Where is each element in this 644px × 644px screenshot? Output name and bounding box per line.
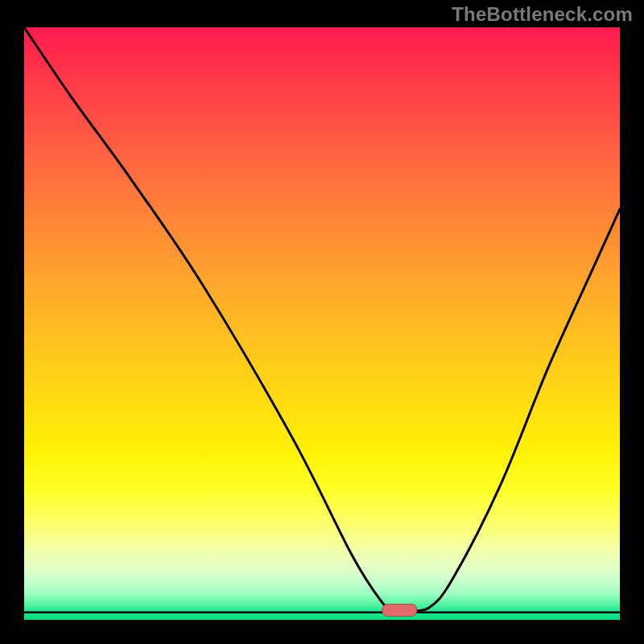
optimal-marker — [382, 604, 416, 617]
curve-svg — [24, 27, 620, 613]
watermark-text: TheBottleneck.com — [452, 3, 633, 26]
plot-area — [24, 27, 620, 620]
chart-frame: TheBottleneck.com — [0, 0, 644, 644]
bottleneck-curve-path — [24, 27, 620, 611]
